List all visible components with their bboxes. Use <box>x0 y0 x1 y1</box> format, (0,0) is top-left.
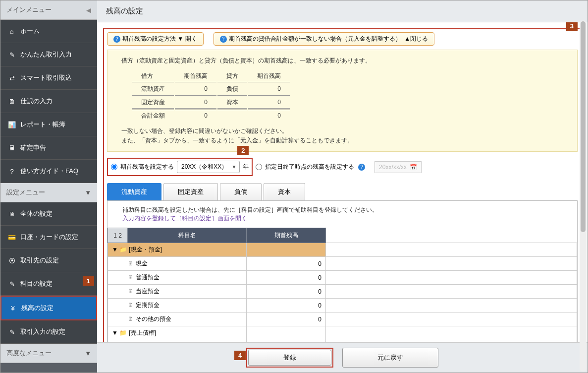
item-val[interactable]: 0 <box>247 312 326 326</box>
item-name: 当座預金 <box>136 288 160 295</box>
sidebar-item-entry-settings[interactable]: ✎取引入力の設定 <box>0 320 97 344</box>
balance-summary-table: 借方 期首残高 貸方 期首残高 流動資産 0 負債 0 固定資産 <box>131 69 291 123</box>
radio-label: 期首残高を設定する <box>120 163 174 171</box>
chart-icon: 📊 <box>7 121 16 128</box>
doc-icon: 🗎 <box>128 288 134 295</box>
sidebar-item-partner-settings[interactable]: ⦿取引先の設定 <box>0 249 97 272</box>
sidebar-item-journal[interactable]: 🗎仕訳の入力 <box>0 90 97 113</box>
row-val: 0 <box>248 110 290 122</box>
sidebar-item-label: かんたん取引入力 <box>20 50 72 59</box>
row-val: 0 <box>248 83 290 95</box>
mismatch-help-button[interactable]: ?期首残高の貸借合計金額が一致しない場合（元入金を調整する） ▲閉じる <box>214 32 435 46</box>
collapse-sidebar-icon[interactable]: ◀ <box>86 6 91 14</box>
doc-icon: 🗎 <box>7 98 16 105</box>
sidebar-item-account-title-settings[interactable]: ✎科目の設定 1 <box>0 272 97 296</box>
vertical-scrollbar[interactable] <box>580 20 587 372</box>
item-val[interactable]: 0 <box>247 257 326 271</box>
sidebar-item-label: スマート取引取込 <box>20 73 72 82</box>
tab-fixed-assets[interactable]: 固定資産 <box>163 183 218 200</box>
doc-icon: 🗎 <box>128 315 134 322</box>
question-icon: ? <box>7 168 16 175</box>
table-row[interactable]: 🗎現金0 <box>108 257 577 271</box>
asset-tabs: 流動資産 固定資産 負債 資本 <box>107 183 578 200</box>
col-name: 科目名 <box>128 228 247 243</box>
specified-date-radio[interactable] <box>256 164 262 170</box>
sidebar-item-faq[interactable]: ?使い方ガイド・FAQ <box>0 160 97 183</box>
row-label: 流動資産 <box>132 83 174 95</box>
collapse-btn-label: 期首残高の設定方法 ▼ 開く <box>122 35 197 43</box>
network-icon: ⦿ <box>7 257 16 264</box>
pencil-icon: ✎ <box>7 280 16 288</box>
pencil-icon: ✎ <box>7 51 16 59</box>
how-to-set-button[interactable]: ?期首残高の設定方法 ▼ 開く <box>107 32 204 46</box>
item-val[interactable]: 0 <box>247 271 326 285</box>
date-input[interactable]: 20xx/xx/xx 📅 <box>374 161 422 173</box>
folder-icon: 📁 <box>119 246 127 253</box>
row-label: 資本 <box>217 97 247 109</box>
calc-icon: 🖩 <box>7 144 16 152</box>
folder-icon: 📁 <box>119 329 127 336</box>
sidebar-item-balance-settings[interactable]: ¥残高の設定 <box>0 296 97 320</box>
table-row-group[interactable]: ▼ 📁[売上債権] <box>108 326 577 340</box>
info-line1: 借方（流動資産と固定資産）と貸方（負債と資本）の期首残高は、一致する必要がありま… <box>121 56 563 65</box>
doc-icon: 🗎 <box>128 274 134 281</box>
row-label: 固定資産 <box>132 97 174 109</box>
badge-1: 1 <box>83 276 94 286</box>
group-name: [売上債権] <box>129 329 156 336</box>
item-val[interactable]: 0 <box>247 299 326 312</box>
opening-balance-radio[interactable] <box>111 164 117 170</box>
main-menu-header: メインメニュー ◀ <box>0 0 97 20</box>
settings-menu-label: 設定メニュー <box>6 188 45 197</box>
sidebar-item-smart-import[interactable]: ⇄スマート取引取込 <box>0 66 97 90</box>
highlighted-area-2: 2 期首残高を設定する 20XX（令和XX） 年 <box>107 158 253 176</box>
chevron-down-icon: ▼ <box>112 246 118 253</box>
row-val: 0 <box>175 110 216 122</box>
home-icon: ⌂ <box>7 28 16 35</box>
item-name: 定期預金 <box>136 302 160 309</box>
scrollbar-thumb[interactable] <box>581 21 586 232</box>
sidebar-item-reports[interactable]: 📊レポート・帳簿 <box>0 113 97 136</box>
sidebar-item-account-settings[interactable]: 💳口座・カードの設定 <box>0 226 97 249</box>
table-row[interactable]: 🗎定期預金0 <box>108 299 577 312</box>
sidebar-item-label: 取引入力の設定 <box>20 327 65 336</box>
chevron-down-icon: ▼ <box>85 350 91 357</box>
sidebar-item-global-settings[interactable]: 🗎全体の設定 <box>0 202 97 226</box>
radio-label: 指定日終了時点の残高を設定する <box>265 163 354 171</box>
tab-content: 補助科目に残高を設定したい場合は、先に［科目の設定］画面で補助科目を登録してくだ… <box>107 200 578 342</box>
advanced-menu-header[interactable]: 高度なメニュー ▼ <box>0 344 97 363</box>
sidebar-item-label: 口座・カードの設定 <box>20 233 78 242</box>
tab-liabilities[interactable]: 負債 <box>220 183 262 200</box>
table-row-group[interactable]: ▼ 📁[現金・預金] <box>108 243 577 257</box>
settings-menu-header[interactable]: 設定メニュー ▼ <box>0 183 97 202</box>
highlighted-area-3: ?期首残高の設定方法 ▼ 開く ?期首残高の貸借合計金額が一致しない場合（元入金… <box>103 28 582 342</box>
hdr-bal: 期首残高 <box>248 70 290 82</box>
item-name: その他の預金 <box>136 315 171 322</box>
table-row[interactable]: 🗎その他の預金0 <box>108 312 577 326</box>
tab-current-assets[interactable]: 流動資産 <box>107 183 161 200</box>
page-title: 残高の設定 <box>97 0 588 22</box>
tab-capital[interactable]: 資本 <box>264 183 305 200</box>
note-text: 補助科目に残高を設定したい場合は、先に［科目の設定］画面で補助科目を登録してくだ… <box>122 206 378 213</box>
item-val[interactable]: 0 <box>247 285 326 299</box>
sidebar-item-home[interactable]: ⌂ホーム <box>0 20 97 43</box>
year-select[interactable]: 20XX（令和XX） <box>177 161 240 173</box>
row-val: 0 <box>175 97 216 109</box>
table-row[interactable]: 🗎当座預金0 <box>108 285 577 299</box>
help-icon: ? <box>113 36 120 43</box>
info-box: 借方（流動資産と固定資産）と貸方（負債と資本）の期首残高は、一致する必要がありま… <box>107 50 578 152</box>
footer: 4 登録 元に戻す <box>97 342 588 373</box>
help-icon: ? <box>220 36 227 43</box>
sidebar-item-label: レポート・帳簿 <box>20 120 65 129</box>
doc-icon: 🗎 <box>128 260 134 267</box>
sidebar-item-tax[interactable]: 🖩確定申告 <box>0 136 97 160</box>
help-icon[interactable]: ? <box>358 164 365 171</box>
revert-button[interactable]: 元に戻す <box>342 348 438 368</box>
table-row[interactable]: 🗎普通預金0 <box>108 271 577 285</box>
row-label: 合計金額 <box>132 110 174 122</box>
col-12[interactable]: 1 2 <box>108 228 128 243</box>
open-account-settings-link[interactable]: 入力内容を登録して［科目の設定］画面を開く <box>122 215 247 222</box>
collapse-btn-label: 期首残高の貸借合計金額が一致しない場合（元入金を調整する） <box>229 35 401 43</box>
sidebar-item-label: 仕訳の入力 <box>20 97 53 106</box>
sidebar-item-easy-entry[interactable]: ✎かんたん取引入力 <box>0 43 97 66</box>
register-button[interactable]: 登録 <box>248 350 331 366</box>
